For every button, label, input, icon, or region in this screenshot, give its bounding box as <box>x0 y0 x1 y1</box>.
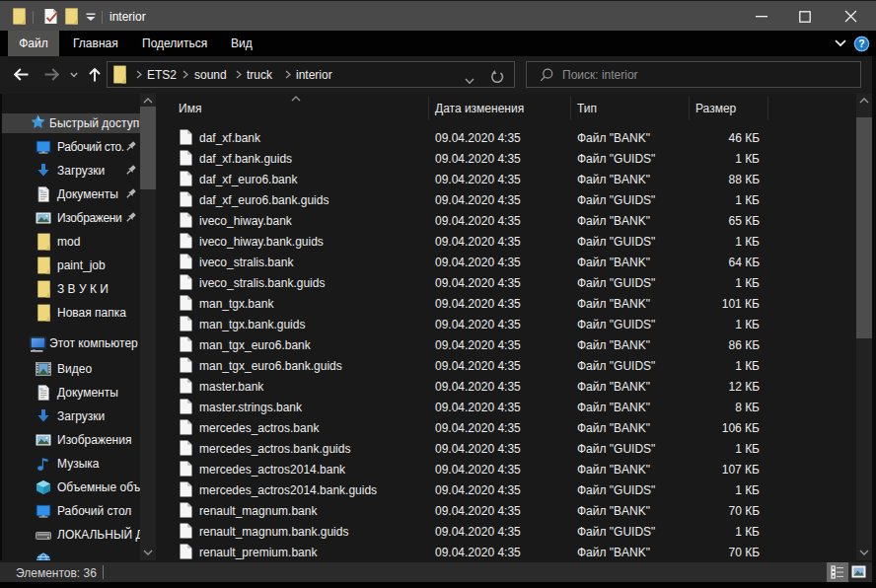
svg-text:?: ? <box>858 37 864 49</box>
